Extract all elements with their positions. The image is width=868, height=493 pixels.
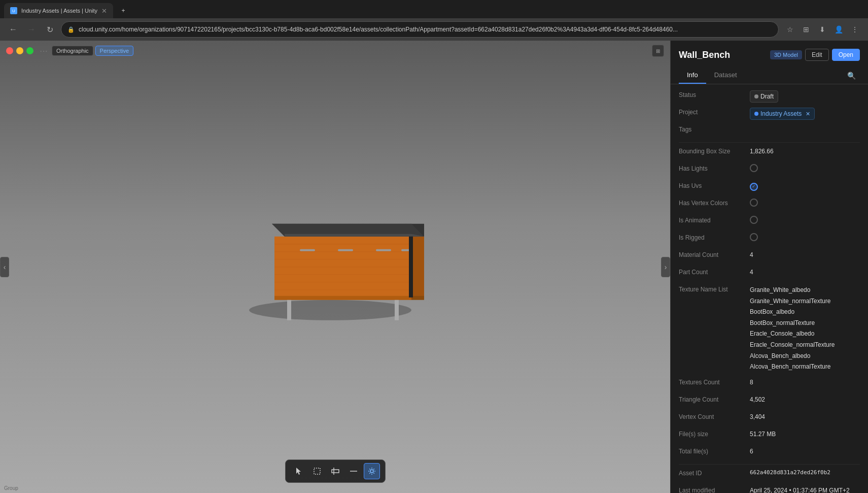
textures-count-row: Textures Count 8 (679, 378, 860, 390)
svg-rect-12 (338, 249, 353, 251)
right-arrow-button[interactable]: › (661, 257, 670, 277)
lock-icon: 🔒 (67, 26, 75, 33)
svg-rect-24 (332, 470, 339, 473)
line-button[interactable] (345, 463, 362, 479)
total-files-label: Total file(s) (679, 447, 750, 455)
bookmark-button[interactable]: ☆ (783, 22, 797, 37)
forward-button[interactable]: → (24, 22, 39, 37)
perspective-view-button[interactable]: Perspective (95, 46, 133, 56)
has-lights-value (750, 164, 860, 175)
svg-rect-20 (287, 300, 291, 320)
bounding-box-label: Bounding Box Size (679, 147, 750, 155)
settings-tool-button[interactable] (364, 463, 380, 479)
texture-name-list-row: Texture Name List Granite_White_albedo G… (679, 285, 860, 373)
has-uvs-icon: ✓ (750, 183, 758, 191)
has-vertex-colors-row: Has Vertex Colors (679, 199, 860, 211)
status-value: Draft (750, 90, 860, 103)
project-value: Industry Assets ✕ (750, 108, 860, 120)
tags-label: Tags (679, 125, 750, 133)
viewport-topbar: ⋯ Orthographic Perspective ⊞ (0, 41, 670, 61)
open-button[interactable]: Open (832, 49, 860, 61)
project-label: Project (679, 108, 750, 116)
profile-button[interactable]: 👤 (831, 22, 846, 37)
edit-button[interactable]: Edit (805, 49, 829, 61)
is-rigged-label: Is Rigged (679, 233, 750, 241)
material-count-row: Material Count 4 (679, 250, 860, 262)
panel-content: Status Draft Project Industry Assets ✕ (671, 84, 868, 493)
panel-title: Wall_Bench (679, 50, 730, 60)
svg-rect-13 (376, 249, 391, 251)
download-button[interactable]: ⬇ (815, 22, 829, 37)
is-animated-value (750, 216, 860, 226)
tab-title: Industry Assets | Assets | Unity (21, 8, 97, 14)
total-files-row: Total file(s) 6 (679, 447, 860, 459)
right-panel: Wall_Bench 3D Model Edit Open Info Datas… (670, 41, 868, 493)
is-rigged-row: Is Rigged (679, 233, 860, 245)
last-modified-label: Last modified (679, 486, 750, 493)
new-tab-button[interactable]: + (115, 3, 131, 18)
part-count-label: Part Count (679, 268, 750, 276)
file-size-value: 51.27 MB (750, 430, 860, 439)
asset-id-row: Asset ID 662a4028d831a27ded26f0b2 (679, 469, 860, 481)
bounding-box-value: 1,826.66 (750, 147, 860, 156)
address-bar[interactable]: 🔒 cloud.unity.com/home/organizations/907… (61, 21, 779, 38)
bench-3d-model (224, 193, 447, 327)
is-animated-icon (750, 216, 758, 224)
asset-id-label: Asset ID (679, 469, 750, 477)
svg-rect-22 (409, 236, 413, 297)
has-vertex-colors-label: Has Vertex Colors (679, 199, 750, 207)
select-tool-button[interactable] (291, 463, 307, 479)
status-label: Status (679, 90, 750, 98)
svg-marker-17 (285, 234, 424, 236)
texture-name-2: BootBox_albedo BootBox_normalTexture (750, 307, 860, 328)
minimize-window-button[interactable] (16, 47, 23, 54)
maximize-window-button[interactable] (26, 47, 33, 54)
address-text: cloud.unity.com/home/organizations/90714… (79, 26, 772, 33)
has-lights-icon (750, 164, 758, 172)
texture-name-list-value: Granite_White_albedo Granite_White_norma… (750, 285, 860, 373)
refresh-button[interactable]: ↻ (43, 22, 57, 37)
triangle-count-row: Triangle Count 4,502 (679, 395, 860, 407)
has-vertex-colors-icon (750, 199, 758, 207)
frame-button[interactable] (327, 463, 343, 479)
file-size-label: File(s) size (679, 430, 750, 438)
info-tab[interactable]: Info (679, 67, 706, 84)
browser-action-buttons: ☆ ⊞ ⬇ 👤 ⋮ (783, 22, 862, 37)
file-size-row: File(s) size 51.27 MB (679, 430, 860, 442)
textures-count-value: 8 (750, 378, 860, 387)
textures-count-label: Textures Count (679, 378, 750, 386)
svg-rect-23 (314, 468, 320, 474)
panel-search-icon[interactable]: 🔍 (843, 68, 860, 84)
viewport-top-icons: ⊞ (652, 45, 664, 57)
svg-rect-21 (395, 300, 399, 320)
part-count-row: Part Count 4 (679, 268, 860, 280)
panel-header: Wall_Bench 3D Model Edit Open Info Datas… (671, 41, 868, 84)
viewport-settings-button[interactable]: ⊞ (652, 45, 664, 57)
close-window-button[interactable] (6, 47, 13, 54)
back-button[interactable]: ← (6, 22, 20, 37)
tab-close-button[interactable]: ✕ (101, 7, 107, 15)
orthographic-view-button[interactable]: Orthographic (52, 46, 93, 56)
browser-chrome: U Industry Assets | Assets | Unity ✕ + ←… (0, 0, 868, 41)
is-animated-row: Is Animated (679, 216, 860, 228)
tab-favicon: U (10, 7, 17, 14)
active-tab[interactable]: U Industry Assets | Assets | Unity ✕ (4, 3, 113, 18)
project-row: Project Industry Assets ✕ (679, 108, 860, 120)
divider-2 (679, 464, 860, 465)
viewport-toolbar (285, 459, 386, 483)
svg-marker-19 (411, 295, 424, 300)
viewport[interactable]: ⋯ Orthographic Perspective ⊞ ‹ › (0, 41, 670, 493)
svg-rect-11 (300, 249, 315, 251)
svg-point-0 (249, 300, 411, 320)
menu-button[interactable]: ⋮ (848, 22, 862, 37)
material-count-value: 4 (750, 250, 860, 259)
has-lights-label: Has Lights (679, 164, 750, 172)
left-arrow-button[interactable]: ‹ (0, 257, 9, 277)
dataset-tab[interactable]: Dataset (706, 67, 745, 84)
svg-rect-18 (274, 295, 411, 300)
project-name: Industry Assets (760, 109, 802, 118)
status-row: Status Draft (679, 90, 860, 103)
box-select-button[interactable] (309, 463, 325, 479)
status-dot (754, 94, 758, 98)
extensions-button[interactable]: ⊞ (799, 22, 813, 37)
